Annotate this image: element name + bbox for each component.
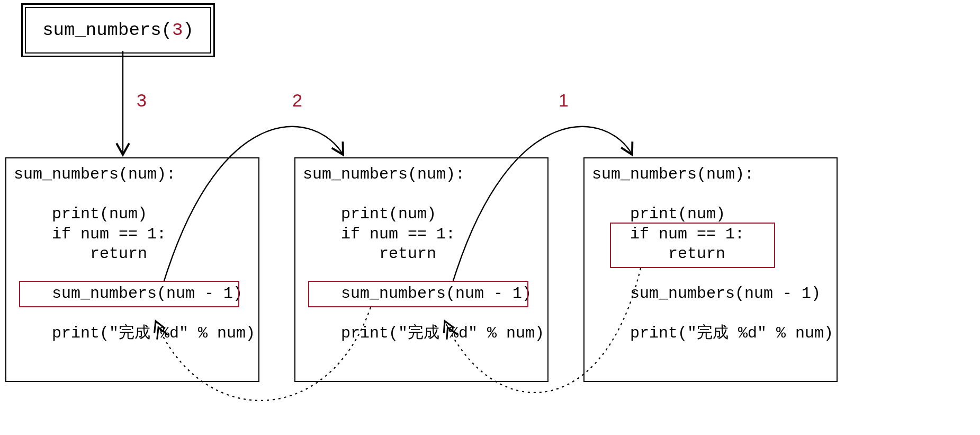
code-line: [14, 264, 251, 285]
code-line: return: [592, 244, 829, 264]
code-line: [303, 304, 540, 324]
edge-label-3: 1: [559, 90, 569, 111]
code-line: if num == 1:: [303, 225, 540, 245]
code-line: sum_numbers(num):: [592, 165, 829, 185]
stack-frame-3: sum_numbers(num): print(num) if num == 1…: [583, 157, 838, 382]
code-line: [592, 264, 829, 285]
edge-label-1: 3: [137, 90, 147, 111]
code-line: [14, 304, 251, 324]
stack-frame-1: sum_numbers(num): print(num) if num == 1…: [5, 157, 259, 382]
code-line: [14, 185, 251, 205]
code-line: sum_numbers(num - 1): [592, 284, 829, 304]
code-line: print("完成 %d" % num): [303, 324, 540, 344]
initial-call-text: sum_numbers(3): [42, 19, 194, 42]
code-line: if num == 1:: [14, 225, 251, 245]
code-line: return: [14, 244, 251, 264]
initial-call-box: sum_numbers(3): [21, 3, 215, 57]
edge-label-2: 2: [292, 90, 302, 111]
code-line: [303, 264, 540, 285]
code-line: print("完成 %d" % num): [14, 324, 251, 344]
code-line: return: [303, 244, 540, 264]
diagram-canvas: sum_numbers(3) 3 2 1 sum_numbers(num): p…: [0, 0, 980, 435]
code-line: if num == 1:: [592, 225, 829, 245]
code-line: print(num): [303, 205, 540, 225]
initial-call-inner: sum_numbers(3): [25, 7, 211, 54]
code-line: print("完成 %d" % num): [592, 324, 829, 344]
code-line: [592, 304, 829, 324]
code-line: sum_numbers(num):: [303, 165, 540, 185]
code-line: [592, 185, 829, 205]
code-line: sum_numbers(num):: [14, 165, 251, 185]
code-line: sum_numbers(num - 1): [14, 284, 251, 304]
code-line: print(num): [592, 205, 829, 225]
code-line: print(num): [14, 205, 251, 225]
code-line: [303, 185, 540, 205]
code-line: sum_numbers(num - 1): [303, 284, 540, 304]
stack-frame-2: sum_numbers(num): print(num) if num == 1…: [294, 157, 549, 382]
